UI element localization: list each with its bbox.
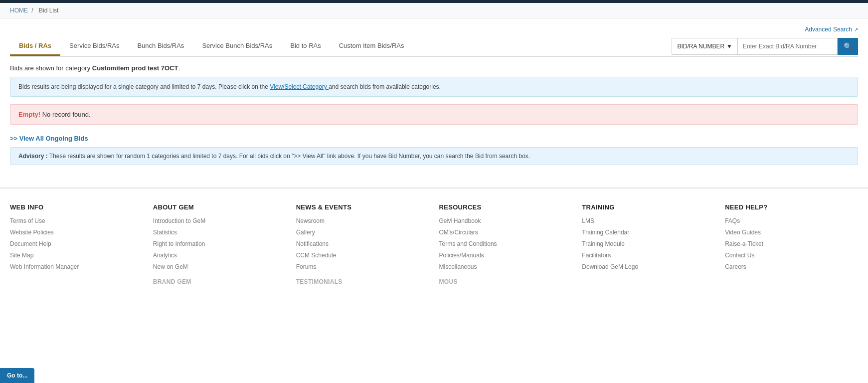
chevron-down-icon: ▼ — [726, 43, 732, 50]
footer-link[interactable]: Site Map — [10, 252, 33, 259]
footer-link[interactable]: Newsroom — [296, 217, 325, 224]
footer-link[interactable]: Statistics — [153, 229, 177, 236]
footer-link[interactable]: Download GeM Logo — [582, 263, 638, 270]
footer-list-training: LMS Training Calendar Training Module Fa… — [582, 217, 715, 270]
list-item: Careers — [725, 263, 858, 270]
footer-col-about-gem: ABOUT GeM Introduction to GeM Statistics… — [153, 203, 286, 289]
search-input[interactable] — [738, 38, 838, 55]
list-item: Terms and Conditions — [439, 240, 572, 247]
footer-list-about-gem: Introduction to GeM Statistics Right to … — [153, 217, 286, 270]
footer-heading-about-gem: ABOUT GeM — [153, 203, 286, 211]
external-link-icon: ↗ — [854, 27, 858, 32]
list-item: Statistics — [153, 228, 286, 236]
no-record-text: No record found. — [42, 111, 91, 118]
footer-col-web-info: WEB INFO Terms of Use Website Policies D… — [10, 203, 143, 289]
footer-link[interactable]: Document Help — [10, 240, 51, 247]
footer-link[interactable]: Facilitators — [582, 252, 611, 259]
footer-link[interactable]: Web Information Manager — [10, 263, 79, 270]
footer-link[interactable]: Forums — [296, 263, 317, 270]
tab-bids-ras[interactable]: Bids / RAs — [10, 37, 60, 56]
footer-link[interactable]: Terms of Use — [10, 217, 45, 224]
tab-bid-to-ras[interactable]: Bid to RAs — [281, 37, 330, 56]
footer-col-news-events: NEWS & EVENTS Newsroom Gallery Notificat… — [296, 203, 429, 289]
footer-heading-resources: RESOURCES — [439, 203, 572, 211]
footer-link[interactable]: LMS — [582, 217, 594, 224]
footer-link[interactable]: New on GeM — [153, 263, 188, 270]
list-item: OM's/Circulars — [439, 228, 572, 236]
footer-link[interactable]: Contact Us — [725, 252, 754, 259]
footer-list-news-events: Newsroom Gallery Notifications CCM Sched… — [296, 217, 429, 270]
footer: WEB INFO Terms of Use Website Policies D… — [0, 188, 868, 299]
footer-link[interactable]: Gallery — [296, 229, 315, 236]
footer-link[interactable]: FAQs — [725, 217, 740, 224]
breadcrumb-separator: / — [31, 7, 33, 14]
list-item: Gallery — [296, 228, 429, 236]
search-button[interactable]: 🔍 — [838, 38, 858, 55]
list-item: Introduction to GeM — [153, 217, 286, 224]
footer-link[interactable]: Terms and Conditions — [439, 240, 497, 247]
info-message-box: Bids results are being displayed for a s… — [10, 77, 858, 97]
list-item: Notifications — [296, 240, 429, 247]
footer-link[interactable]: Notifications — [296, 240, 329, 247]
search-dropdown[interactable]: BID/RA NUMBER ▼ — [672, 38, 738, 55]
footer-subsection-testimonials: TESTIMONIALS — [296, 278, 429, 285]
list-item: Web Information Manager — [10, 263, 143, 270]
footer-grid: WEB INFO Terms of Use Website Policies D… — [10, 203, 858, 289]
footer-col-training: TRAINING LMS Training Calendar Training … — [582, 203, 715, 289]
footer-link[interactable]: Analytics — [153, 252, 177, 259]
advisory-box: Advisory : These results are shown for r… — [10, 147, 858, 165]
advisory-label: Advisory : — [18, 153, 48, 160]
tab-service-bids[interactable]: Service Bids/RAs — [60, 37, 128, 56]
list-item: Website Policies — [10, 228, 143, 236]
footer-list-web-info: Terms of Use Website Policies Document H… — [10, 217, 143, 270]
footer-subsection-brand-gem: BRAND GeM — [153, 278, 286, 285]
list-item: Download GeM Logo — [582, 263, 715, 270]
list-item: Raise-a-Ticket — [725, 240, 858, 247]
list-item: Site Map — [10, 251, 143, 259]
footer-col-need-help: NEED HELP? FAQs Video Guides Raise-a-Tic… — [725, 203, 858, 289]
advanced-search-link[interactable]: Advanced Search ↗ — [805, 26, 858, 33]
footer-link[interactable]: Careers — [725, 263, 746, 270]
list-item: Document Help — [10, 240, 143, 247]
footer-link[interactable]: Video Guides — [725, 229, 761, 236]
footer-link[interactable]: Miscellaneous — [439, 263, 477, 270]
view-select-category-link[interactable]: View/Select Category — [270, 83, 329, 90]
list-item: GeM Handbook — [439, 217, 572, 224]
list-item: LMS — [582, 217, 715, 224]
list-item: Training Calendar — [582, 228, 715, 236]
breadcrumb-current: Bid List — [39, 7, 58, 14]
footer-heading-need-help: NEED HELP? — [725, 203, 858, 211]
breadcrumb-home[interactable]: HOME — [10, 7, 28, 14]
search-box: BID/RA NUMBER ▼ 🔍 — [672, 38, 858, 55]
footer-link[interactable]: Training Calendar — [582, 229, 629, 236]
list-item: CCM Schedule — [296, 251, 429, 259]
footer-link[interactable]: Right to Information — [153, 240, 205, 247]
footer-list-need-help: FAQs Video Guides Raise-a-Ticket Contact… — [725, 217, 858, 270]
tabs-container: Bids / RAs Service Bids/RAs Bunch Bids/R… — [10, 37, 672, 56]
list-item: Forums — [296, 263, 429, 270]
tab-bunch-bids[interactable]: Bunch Bids/RAs — [128, 37, 193, 56]
footer-list-resources: GeM Handbook OM's/Circulars Terms and Co… — [439, 217, 572, 270]
list-item: Right to Information — [153, 240, 286, 247]
footer-link[interactable]: GeM Handbook — [439, 217, 481, 224]
list-item: New on GeM — [153, 263, 286, 270]
footer-link[interactable]: Website Policies — [10, 229, 54, 236]
list-item: Training Module — [582, 240, 715, 247]
view-all-bids-link[interactable]: >> View All Ongoing Bids — [10, 135, 858, 142]
footer-link[interactable]: CCM Schedule — [296, 252, 337, 259]
list-item: Policies/Manuals — [439, 251, 572, 259]
tab-custom-item[interactable]: Custom Item Bids/RAs — [330, 37, 413, 56]
footer-link[interactable]: Policies/Manuals — [439, 252, 484, 259]
tab-service-bunch[interactable]: Service Bunch Bids/RAs — [193, 37, 281, 56]
footer-link[interactable]: Training Module — [582, 240, 625, 247]
footer-link[interactable]: OM's/Circulars — [439, 229, 478, 236]
list-item: Contact Us — [725, 251, 858, 259]
footer-link[interactable]: Raise-a-Ticket — [725, 240, 763, 247]
list-item: Terms of Use — [10, 217, 143, 224]
list-item: FAQs — [725, 217, 858, 224]
breadcrumb: HOME / Bid List — [0, 3, 868, 18]
list-item: Analytics — [153, 251, 286, 259]
footer-heading-web-info: WEB INFO — [10, 203, 143, 211]
category-message: Bids are shown for category Customitem p… — [10, 64, 858, 72]
footer-link[interactable]: Introduction to GeM — [153, 217, 205, 224]
